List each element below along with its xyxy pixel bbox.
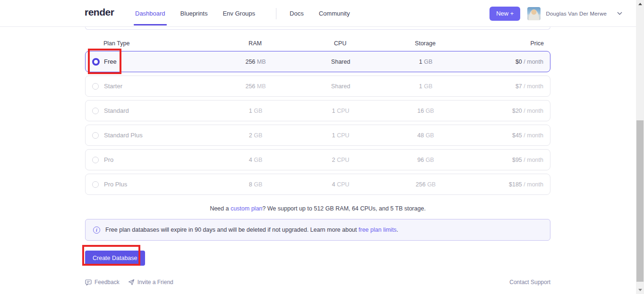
plan-name: Standard [104,107,129,114]
plan-cell: 1 CPU [298,108,383,114]
plan-type-cell: Pro [86,156,213,163]
render-logo[interactable]: render [85,7,114,18]
column-header-price: Price [468,40,550,47]
plan-cell: 1 CPU [298,132,383,139]
plan-cell: $95 / month [468,157,550,163]
feedback-button[interactable]: Feedback [85,279,120,286]
nav-tab-community[interactable]: Community [319,10,350,17]
plan-cell: 4 CPU [298,181,383,188]
plan-cell: 1 GB [383,59,468,65]
invite-a-friend-button[interactable]: Invite a Friend [128,279,173,286]
user-name[interactable]: Douglas Van Der Merwe [546,11,607,17]
plan-cell: $20 / month [468,108,550,114]
annotation-box-free-plan [88,49,121,74]
plan-name: Pro Plus [104,181,127,188]
contact-support-link[interactable]: Contact Support [509,279,550,286]
scrollbar-up-arrow[interactable] [636,0,644,8]
column-header-ram: RAM [213,40,298,47]
plan-cell: $7 / month [468,83,550,90]
plan-cell: $0 / month [468,59,550,65]
plan-cell: 96 GB [383,157,468,163]
plan-cell: 256 MB [213,59,298,65]
scrolled-input-remnant [85,27,550,30]
plan-cell: 1 GB [213,108,298,114]
column-header-plan-type: Plan Type [85,40,213,47]
free-plan-info-banner: i Free plan databases will expire in 90 … [85,219,550,241]
plan-radio[interactable] [92,157,99,163]
column-header-storage: Storage [383,40,468,47]
nav-links: Dashboard Blueprints Env Groups Docs Com… [135,0,365,27]
plan-name: Standard Plus [104,132,143,139]
plan-radio[interactable] [92,83,99,90]
plan-row-pro[interactable]: Pro4 GB2 CPU96 GB$95 / month [85,149,550,170]
plan-table-header: Plan Type RAM CPU Storage Price [85,40,550,47]
plan-row-standard[interactable]: Standard1 GB1 CPU16 GB$20 / month [85,100,550,121]
avatar[interactable] [527,7,541,20]
custom-plan-link[interactable]: custom plan [231,205,262,212]
plan-cell: $45 / month [468,132,550,139]
plan-cell: Shared [298,83,383,90]
custom-plan-prefix: Need a [210,205,231,212]
top-nav: render Dashboard Blueprints Env Groups D… [0,0,636,27]
plan-cell: 8 GB [213,181,298,188]
banner-text: Free plan databases will expire in 90 da… [105,227,398,233]
nav-tab-blueprints[interactable]: Blueprints [180,10,208,17]
scrollbar-down-arrow[interactable] [636,286,644,294]
scrollbar-thumb[interactable] [636,120,644,282]
plan-cell: 2 CPU [298,157,383,163]
plan-cell: 256 GB [383,181,468,188]
feedback-icon [85,279,92,286]
custom-plan-note: Need a custom plan? We support up to 512… [85,205,550,212]
column-header-cpu: CPU [298,40,383,47]
invite-label: Invite a Friend [137,279,173,286]
plan-cell: 16 GB [383,108,468,114]
plan-radio[interactable] [92,132,99,139]
new-button[interactable]: New + [489,7,520,21]
nav-right: New + Douglas Van Der Merwe [489,0,628,27]
plan-type-cell: Starter [86,83,213,90]
main-content: Plan Type RAM CPU Storage Price Free256 … [85,27,550,286]
plan-cell: $185 / month [468,181,550,188]
plan-name: Pro [104,156,113,163]
send-icon [128,279,135,286]
scrollbar[interactable] [636,0,644,294]
plan-row-starter[interactable]: Starter256 MBShared1 GB$7 / month [85,76,550,97]
info-icon: i [93,227,100,234]
plan-name: Starter [104,83,122,90]
plan-cell: 1 GB [383,83,468,90]
banner-text-main: Free plan databases will expire in 90 da… [105,227,359,233]
plan-row-standard-plus[interactable]: Standard Plus2 GB1 CPU48 GB$45 / month [85,125,550,146]
plan-radio[interactable] [92,181,99,188]
page-footer: Feedback Invite a Friend Contact Support [85,279,550,286]
free-plan-limits-link[interactable]: free plan limits [359,227,397,233]
plan-row-pro-plus[interactable]: Pro Plus8 GB4 CPU256 GB$185 / month [85,174,550,195]
plan-cell: 4 GB [213,157,298,163]
plan-rows: Free256 MBShared1 GB$0 / monthStarter256… [85,51,550,195]
plan-cell: Shared [298,59,383,65]
plan-radio[interactable] [92,108,99,114]
annotation-box-create-database [82,245,140,266]
plan-cell: 2 GB [213,132,298,139]
plan-type-cell: Standard [86,107,213,114]
feedback-label: Feedback [94,279,120,286]
plan-type-cell: Pro Plus [86,181,213,188]
banner-text-period: . [396,227,398,233]
nav-tab-docs[interactable]: Docs [290,10,304,17]
plan-type-cell: Standard Plus [86,132,213,139]
nav-tab-env-groups[interactable]: Env Groups [223,10,255,17]
custom-plan-suffix: ? We support up to 512 GB RAM, 64 CPUs, … [262,205,426,212]
chevron-down-icon[interactable] [617,12,622,15]
plan-cell: 256 MB [213,83,298,90]
nav-tab-dashboard[interactable]: Dashboard [135,10,165,17]
nav-divider [276,8,276,19]
plan-row-free[interactable]: Free256 MBShared1 GB$0 / month [85,51,550,72]
plan-cell: 48 GB [383,132,468,139]
